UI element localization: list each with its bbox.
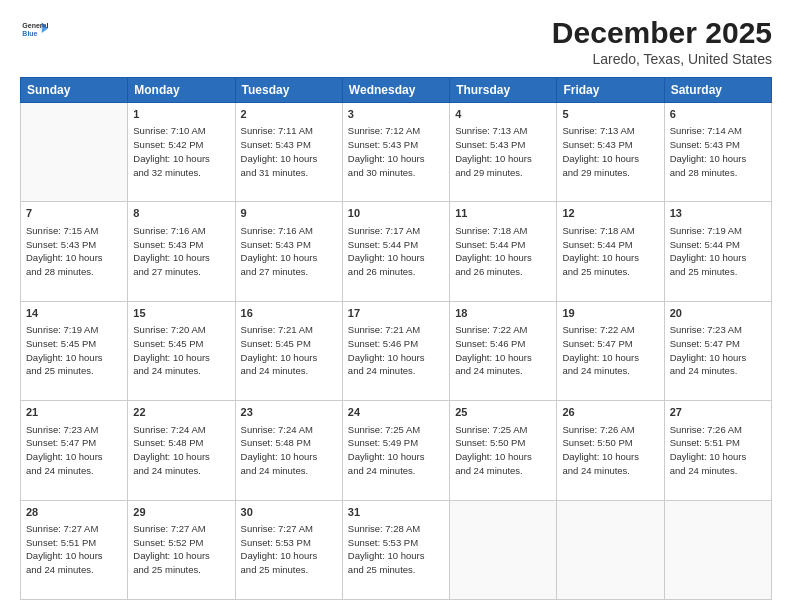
calendar-cell: 4Sunrise: 7:13 AM Sunset: 5:43 PM Daylig…	[450, 103, 557, 202]
weekday-header-saturday: Saturday	[664, 78, 771, 103]
calendar-cell	[557, 500, 664, 599]
calendar-cell: 15Sunrise: 7:20 AM Sunset: 5:45 PM Dayli…	[128, 301, 235, 400]
calendar-cell: 26Sunrise: 7:26 AM Sunset: 5:50 PM Dayli…	[557, 401, 664, 500]
calendar-cell: 20Sunrise: 7:23 AM Sunset: 5:47 PM Dayli…	[664, 301, 771, 400]
day-info: Sunrise: 7:22 AM Sunset: 5:46 PM Dayligh…	[455, 323, 551, 378]
day-number: 15	[133, 306, 229, 321]
day-number: 16	[241, 306, 337, 321]
day-number: 19	[562, 306, 658, 321]
calendar-cell: 3Sunrise: 7:12 AM Sunset: 5:43 PM Daylig…	[342, 103, 449, 202]
day-info: Sunrise: 7:21 AM Sunset: 5:45 PM Dayligh…	[241, 323, 337, 378]
day-number: 18	[455, 306, 551, 321]
day-number: 5	[562, 107, 658, 122]
day-info: Sunrise: 7:28 AM Sunset: 5:53 PM Dayligh…	[348, 522, 444, 577]
day-number: 24	[348, 405, 444, 420]
calendar-body: 1Sunrise: 7:10 AM Sunset: 5:42 PM Daylig…	[21, 103, 772, 600]
day-number: 17	[348, 306, 444, 321]
calendar-cell	[450, 500, 557, 599]
calendar-cell: 19Sunrise: 7:22 AM Sunset: 5:47 PM Dayli…	[557, 301, 664, 400]
day-number: 28	[26, 505, 122, 520]
day-info: Sunrise: 7:22 AM Sunset: 5:47 PM Dayligh…	[562, 323, 658, 378]
calendar-cell: 18Sunrise: 7:22 AM Sunset: 5:46 PM Dayli…	[450, 301, 557, 400]
day-info: Sunrise: 7:23 AM Sunset: 5:47 PM Dayligh…	[26, 423, 122, 478]
day-info: Sunrise: 7:24 AM Sunset: 5:48 PM Dayligh…	[133, 423, 229, 478]
day-info: Sunrise: 7:10 AM Sunset: 5:42 PM Dayligh…	[133, 124, 229, 179]
day-number: 3	[348, 107, 444, 122]
calendar-cell: 7Sunrise: 7:15 AM Sunset: 5:43 PM Daylig…	[21, 202, 128, 301]
weekday-header-thursday: Thursday	[450, 78, 557, 103]
day-number: 23	[241, 405, 337, 420]
logo-icon: General Blue	[20, 16, 48, 44]
calendar-cell: 25Sunrise: 7:25 AM Sunset: 5:50 PM Dayli…	[450, 401, 557, 500]
calendar-cell: 28Sunrise: 7:27 AM Sunset: 5:51 PM Dayli…	[21, 500, 128, 599]
day-number: 9	[241, 206, 337, 221]
calendar-cell: 1Sunrise: 7:10 AM Sunset: 5:42 PM Daylig…	[128, 103, 235, 202]
day-number: 13	[670, 206, 766, 221]
day-number: 27	[670, 405, 766, 420]
day-number: 14	[26, 306, 122, 321]
svg-text:Blue: Blue	[22, 30, 37, 37]
day-info: Sunrise: 7:16 AM Sunset: 5:43 PM Dayligh…	[241, 224, 337, 279]
calendar-cell	[21, 103, 128, 202]
calendar-cell: 16Sunrise: 7:21 AM Sunset: 5:45 PM Dayli…	[235, 301, 342, 400]
calendar-cell: 5Sunrise: 7:13 AM Sunset: 5:43 PM Daylig…	[557, 103, 664, 202]
day-info: Sunrise: 7:25 AM Sunset: 5:50 PM Dayligh…	[455, 423, 551, 478]
day-info: Sunrise: 7:19 AM Sunset: 5:44 PM Dayligh…	[670, 224, 766, 279]
calendar-cell: 9Sunrise: 7:16 AM Sunset: 5:43 PM Daylig…	[235, 202, 342, 301]
day-number: 2	[241, 107, 337, 122]
calendar-cell: 13Sunrise: 7:19 AM Sunset: 5:44 PM Dayli…	[664, 202, 771, 301]
day-number: 31	[348, 505, 444, 520]
day-info: Sunrise: 7:13 AM Sunset: 5:43 PM Dayligh…	[562, 124, 658, 179]
day-info: Sunrise: 7:11 AM Sunset: 5:43 PM Dayligh…	[241, 124, 337, 179]
calendar-cell: 24Sunrise: 7:25 AM Sunset: 5:49 PM Dayli…	[342, 401, 449, 500]
weekday-header-wednesday: Wednesday	[342, 78, 449, 103]
day-info: Sunrise: 7:14 AM Sunset: 5:43 PM Dayligh…	[670, 124, 766, 179]
calendar-cell: 6Sunrise: 7:14 AM Sunset: 5:43 PM Daylig…	[664, 103, 771, 202]
header: General Blue December 2025 Laredo, Texas…	[20, 16, 772, 67]
day-info: Sunrise: 7:26 AM Sunset: 5:50 PM Dayligh…	[562, 423, 658, 478]
day-info: Sunrise: 7:17 AM Sunset: 5:44 PM Dayligh…	[348, 224, 444, 279]
day-info: Sunrise: 7:21 AM Sunset: 5:46 PM Dayligh…	[348, 323, 444, 378]
day-number: 12	[562, 206, 658, 221]
calendar-cell: 29Sunrise: 7:27 AM Sunset: 5:52 PM Dayli…	[128, 500, 235, 599]
day-info: Sunrise: 7:27 AM Sunset: 5:53 PM Dayligh…	[241, 522, 337, 577]
day-number: 21	[26, 405, 122, 420]
day-number: 6	[670, 107, 766, 122]
day-number: 8	[133, 206, 229, 221]
calendar-cell: 27Sunrise: 7:26 AM Sunset: 5:51 PM Dayli…	[664, 401, 771, 500]
logo: General Blue	[20, 16, 48, 44]
day-number: 25	[455, 405, 551, 420]
calendar-week-3: 14Sunrise: 7:19 AM Sunset: 5:45 PM Dayli…	[21, 301, 772, 400]
calendar-cell: 30Sunrise: 7:27 AM Sunset: 5:53 PM Dayli…	[235, 500, 342, 599]
day-number: 10	[348, 206, 444, 221]
day-number: 11	[455, 206, 551, 221]
weekday-header: SundayMondayTuesdayWednesdayThursdayFrid…	[21, 78, 772, 103]
day-info: Sunrise: 7:25 AM Sunset: 5:49 PM Dayligh…	[348, 423, 444, 478]
day-info: Sunrise: 7:19 AM Sunset: 5:45 PM Dayligh…	[26, 323, 122, 378]
calendar-cell: 31Sunrise: 7:28 AM Sunset: 5:53 PM Dayli…	[342, 500, 449, 599]
calendar-cell: 17Sunrise: 7:21 AM Sunset: 5:46 PM Dayli…	[342, 301, 449, 400]
calendar-cell: 12Sunrise: 7:18 AM Sunset: 5:44 PM Dayli…	[557, 202, 664, 301]
day-number: 20	[670, 306, 766, 321]
day-number: 22	[133, 405, 229, 420]
day-info: Sunrise: 7:13 AM Sunset: 5:43 PM Dayligh…	[455, 124, 551, 179]
day-info: Sunrise: 7:18 AM Sunset: 5:44 PM Dayligh…	[562, 224, 658, 279]
calendar-cell: 11Sunrise: 7:18 AM Sunset: 5:44 PM Dayli…	[450, 202, 557, 301]
title-block: December 2025 Laredo, Texas, United Stat…	[552, 16, 772, 67]
day-number: 26	[562, 405, 658, 420]
calendar-subtitle: Laredo, Texas, United States	[552, 51, 772, 67]
weekday-header-tuesday: Tuesday	[235, 78, 342, 103]
day-number: 29	[133, 505, 229, 520]
day-number: 1	[133, 107, 229, 122]
calendar-cell: 2Sunrise: 7:11 AM Sunset: 5:43 PM Daylig…	[235, 103, 342, 202]
calendar-page: General Blue December 2025 Laredo, Texas…	[0, 0, 792, 612]
calendar-week-2: 7Sunrise: 7:15 AM Sunset: 5:43 PM Daylig…	[21, 202, 772, 301]
day-number: 4	[455, 107, 551, 122]
day-info: Sunrise: 7:20 AM Sunset: 5:45 PM Dayligh…	[133, 323, 229, 378]
day-info: Sunrise: 7:26 AM Sunset: 5:51 PM Dayligh…	[670, 423, 766, 478]
calendar-cell: 23Sunrise: 7:24 AM Sunset: 5:48 PM Dayli…	[235, 401, 342, 500]
calendar-cell: 14Sunrise: 7:19 AM Sunset: 5:45 PM Dayli…	[21, 301, 128, 400]
weekday-header-sunday: Sunday	[21, 78, 128, 103]
calendar-table: SundayMondayTuesdayWednesdayThursdayFrid…	[20, 77, 772, 600]
day-number: 30	[241, 505, 337, 520]
